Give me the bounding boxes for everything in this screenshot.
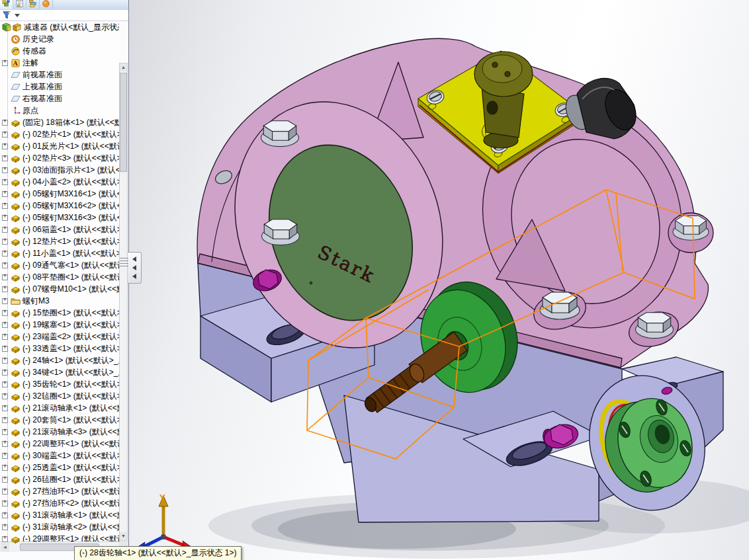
tree-item[interactable]: (-) 01反光片<1> (默认<<默认>_显示状态 1>) <box>0 140 119 152</box>
expander-icon[interactable] <box>2 298 8 304</box>
filter-funnel-icon[interactable] <box>2 11 11 20</box>
tree-item[interactable]: 右视基准面 <box>0 93 119 104</box>
tree-item[interactable]: (-) 07螺母M10<1> (默认<<默认>_显示状态 1>) <box>0 283 119 295</box>
tree-item[interactable]: (-) 05螺钉M3X16<2> (默认<<默认>_显示状态 1>) <box>0 200 119 212</box>
part-icon <box>11 200 21 211</box>
expander-icon[interactable] <box>2 322 8 328</box>
scroll-up-button[interactable]: ▲ <box>120 63 127 71</box>
expander-icon[interactable] <box>2 155 8 161</box>
tree-item[interactable]: (-) 21滚动轴承<3> (默认<<默认>_显示状态 1>) <box>0 426 119 438</box>
tree-item[interactable]: (-) 22调整环<1> (默认<<默认>_显示状态 1>) <box>0 438 119 450</box>
expander-icon[interactable] <box>2 203 8 209</box>
expander-icon[interactable] <box>2 251 8 257</box>
tree-item[interactable]: (-) 12垫片<1> (默认<<默认>_显示状态 1>) <box>0 235 119 247</box>
expander-icon[interactable] <box>2 132 8 138</box>
propertymanager-tab[interactable] <box>13 0 26 9</box>
expander-icon[interactable] <box>2 465 8 471</box>
tree-item[interactable]: (-) 20套筒<1> (默认<<默认>_显示状态 1>) <box>0 414 119 426</box>
expander-icon[interactable] <box>2 274 8 280</box>
tree-item[interactable]: 螺钉M3 <box>0 295 119 307</box>
tree-item[interactable]: (-) 30端盖<1> (默认<<默认>_显示状态 1>) <box>0 450 119 461</box>
expander-icon[interactable] <box>2 441 8 447</box>
expander-icon[interactable] <box>2 524 8 530</box>
tree-item-label: (-) 21滚动轴承<1> (默认<<默认>_显示状态 1>) <box>21 402 119 414</box>
expander-icon[interactable] <box>2 477 8 483</box>
tree-item[interactable]: 前视基准面 <box>0 69 119 81</box>
panel-collapse-tab[interactable] <box>128 252 142 284</box>
expander-icon[interactable] <box>2 393 8 399</box>
expander-icon[interactable] <box>2 286 8 292</box>
vscroll-thumb[interactable] <box>120 73 127 172</box>
expander-icon[interactable] <box>2 227 8 233</box>
tree-item[interactable]: (-) 21滚动轴承<1> (默认<<默认>_显示状态 1>) <box>0 402 119 414</box>
tree-item[interactable]: (固定) 18箱体<1> (默认<<默认>_显示状态 1>) <box>0 116 119 128</box>
tree-item[interactable]: (-) 35齿轮<1> (默认<<默认>_显示状态 1>) <box>0 378 119 390</box>
expander-icon[interactable] <box>2 370 8 376</box>
expander-icon[interactable] <box>2 239 8 245</box>
part-icon <box>11 212 21 223</box>
tree-vertical-scrollbar[interactable]: ▲ ▼ <box>119 63 128 541</box>
filter-dropdown-caret[interactable] <box>15 14 20 17</box>
tree-item-label: 上视基准面 <box>21 81 62 93</box>
tree-item[interactable]: (-) 05螺钉M3X16<1> (默认<<默认>_显示状态 1>) <box>0 188 119 200</box>
expander-icon[interactable] <box>2 381 8 387</box>
tree-item[interactable]: (-) 02垫片<1> (默认<<默认>_显示状态 1>) <box>0 128 119 140</box>
tree-item[interactable]: A注解 <box>0 57 119 69</box>
expander-icon[interactable] <box>2 500 8 506</box>
configurationmanager-tab[interactable] <box>26 0 40 9</box>
expander-icon[interactable] <box>2 512 8 518</box>
tree-item[interactable]: (-) 27挡油环<2> (默认<<默认>_显示状态 1>) <box>0 497 119 509</box>
expander-icon[interactable] <box>2 489 8 495</box>
tree-item[interactable]: (-) 27挡油环<1> (默认<<默认>_显示状态 1>) <box>0 485 119 497</box>
expander-icon[interactable] <box>2 167 8 173</box>
tree-item[interactable]: (-) 32毡圈<1> (默认<<默认>_显示状态 1>) <box>0 390 119 402</box>
expander-icon[interactable] <box>2 215 8 221</box>
tree-item[interactable]: (-) 34键<1> (默认<<默认>_显示状态 1>) <box>0 366 119 378</box>
tree-item[interactable]: (-) 25透盖<1> (默认<<默认>_显示状态 1>) <box>0 461 119 473</box>
tree-item[interactable]: 传感器 <box>0 45 119 57</box>
expander-icon[interactable] <box>2 453 8 459</box>
expander-icon[interactable] <box>2 536 8 542</box>
tree-item[interactable]: (-) 06箱盖<1> (默认<<默认>_显示状态 1>) <box>0 223 119 235</box>
tree-item[interactable]: 原点 <box>0 104 119 116</box>
part-icon <box>11 450 21 461</box>
tree-item[interactable]: (-) 24轴<1> (默认<<默认>_显示状态 1>) <box>0 354 119 366</box>
plane-icon <box>11 69 21 80</box>
tree-item[interactable]: 上视基准面 <box>0 81 119 93</box>
expander-icon[interactable] <box>2 191 8 197</box>
expander-icon[interactable] <box>2 405 8 411</box>
tree-item[interactable]: (-) 26毡圈<1> (默认<<默认>_显示状态 1>) <box>0 473 119 485</box>
filter-bar[interactable] <box>0 10 128 21</box>
tree-item[interactable]: (-) 23端盖<2> (默认<<默认>_显示状态 1>) <box>0 331 119 342</box>
tree-item[interactable]: (-) 11小盖<1> (默认<<默认>_显示状态 1>) <box>0 247 119 259</box>
tree-item[interactable]: (-) 31滚动轴承<1> (默认<<默认>_显示状态 1>) <box>0 509 119 521</box>
expander-icon[interactable] <box>2 346 8 352</box>
tree-item[interactable]: (-) 05螺钉M3X16<3> (默认<<默认>_显示状态 1>) <box>0 212 119 223</box>
scroll-left-button[interactable]: ◄ <box>1 543 9 551</box>
tree-item[interactable]: 历史记录 <box>0 33 119 45</box>
tree-item[interactable]: (-) 02垫片<3> (默认<<默认>_显示状态 1>) <box>0 152 119 164</box>
expander-icon[interactable] <box>2 179 8 185</box>
tree-item[interactable]: (-) 33透盖<1> (默认<<默认>_显示状态 1>) <box>0 342 119 354</box>
expander-icon[interactable] <box>2 358 8 364</box>
tree-item[interactable]: (-) 04小盖<2> (默认<<默认>_显示状态 1>) <box>0 176 119 188</box>
tree-item[interactable]: (-) 09通气塞<1> (默认<<默认>_显示状态 1>) <box>0 259 119 271</box>
expander-icon[interactable] <box>2 310 8 316</box>
tree-root-item[interactable]: 减速器 (默认<默认_显示状态 1>) <box>0 21 119 33</box>
expander-icon[interactable] <box>2 334 8 340</box>
tree-item[interactable]: (-) 31滚动轴承<2> (默认<<默认>_显示状态 1>) <box>0 521 119 533</box>
featuremanager-tab[interactable] <box>0 0 13 9</box>
scroll-down-button[interactable]: ▼ <box>120 532 127 540</box>
splitter-grip[interactable] <box>120 256 128 268</box>
expander-icon[interactable] <box>2 120 8 126</box>
expander-icon[interactable] <box>2 429 8 435</box>
tree-item[interactable]: (-) 08平垫圈<1> (默认<<默认>_显示状态 1>) <box>0 271 119 283</box>
expander-icon[interactable] <box>2 262 8 268</box>
expander-icon[interactable] <box>2 417 8 423</box>
expander-icon[interactable] <box>2 60 8 66</box>
tree-item[interactable]: (-) 03油面指示片<1> (默认<<默认>_显示状态 1>) <box>0 164 119 176</box>
displaymanager-tab[interactable] <box>40 0 53 9</box>
tree-item[interactable]: (-) 15垫圈<1> (默认<<默认>_显示状态 1>) <box>0 307 119 319</box>
tree-item[interactable]: (-) 19螺塞<1> (默认<<默认>_显示状态 1>) <box>0 319 119 331</box>
expander-icon[interactable] <box>2 143 8 149</box>
